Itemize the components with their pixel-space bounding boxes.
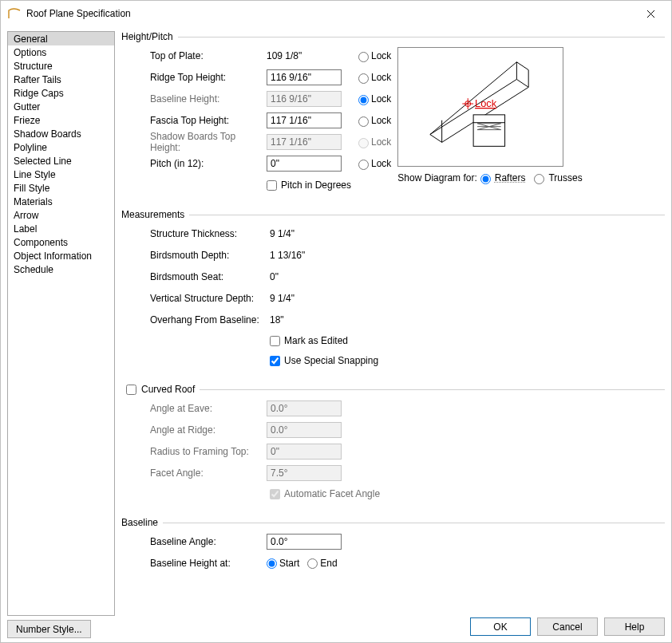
group-baseline-legend: Baseline [121,517,163,528]
value-overhang-from-baseline: 18" [270,314,345,325]
checkbox-automatic-facet-angle [270,489,280,499]
input-angle-at-ridge [267,422,342,438]
cancel-button[interactable]: Cancel [537,617,598,636]
checkbox-mark-as-edited[interactable] [270,336,280,346]
radio-baseline-end[interactable] [307,558,318,569]
label-angle-at-eave: Angle at Eave: [150,403,267,414]
lock-radio-pitch[interactable] [358,160,369,170]
input-facet-angle [267,465,342,481]
group-baseline: Baseline Baseline Angle: Baseline Height… [121,517,665,576]
nav-item-general[interactable]: General [8,32,114,45]
svg-line-6 [517,62,529,70]
label-use-special-snapping: Use Special Snapping [284,355,378,366]
lock-label: Lock [371,50,391,61]
label-overhang-from-baseline: Overhang From Baseline: [150,314,270,325]
radio-diagram-rafters[interactable] [480,174,491,184]
radio-diagram-trusses[interactable] [534,174,544,184]
input-ridge-top-height[interactable] [267,69,342,85]
value-structure-thickness: 9 1/4" [270,228,345,239]
label-diagram-rafters: Rafters [495,172,526,183]
group-curved-roof-legend: Curved Roof [141,384,195,395]
ok-button[interactable]: OK [470,617,531,636]
nav-item-shadow-boards[interactable]: Shadow Boards [8,127,114,140]
nav-item-options[interactable]: Options [8,45,114,59]
nav-item-arrow[interactable]: Arrow [8,208,114,222]
label-radius-to-framing-top: Radius to Framing Top: [150,446,267,457]
lock-radio-baseline-height[interactable] [358,95,369,105]
input-shadow-boards-top-height [267,134,342,150]
lock-radio-ridge-top-height[interactable] [358,73,369,84]
value-vertical-structure-depth: 9 1/4" [270,293,345,304]
checkbox-use-special-snapping[interactable] [270,356,280,366]
nav-item-selected-line[interactable]: Selected Line [8,154,114,168]
label-shadow-boards-top-height: Shadow Boards Top Height: [150,131,267,153]
group-measurements-legend: Measurements [121,209,189,220]
checkbox-pitch-in-degrees[interactable] [267,180,277,191]
nav-item-components[interactable]: Components [8,235,114,249]
close-button[interactable] [634,1,666,26]
nav-item-frieze[interactable]: Frieze [8,113,114,127]
help-button[interactable]: Help [604,617,665,636]
label-birdsmouth-seat: Birdsmouth Seat: [150,271,270,282]
label-show-diagram-for: Show Diagram for: [397,172,476,183]
close-icon [646,10,655,18]
lock-label: Lock [371,115,391,126]
label-baseline-start: Start [279,558,299,569]
label-structure-thickness: Structure Thickness: [150,228,270,239]
diagram-lock-label: Lock [475,97,497,109]
label-birdsmouth-depth: Birdsmouth Depth: [150,250,270,261]
nav-item-label[interactable]: Label [8,222,114,235]
input-pitch[interactable] [267,156,342,172]
nav-item-structure[interactable]: Structure [8,59,114,73]
value-top-of-plate: 109 1/8" [267,50,342,61]
label-pitch-in-degrees: Pitch in Degrees [281,179,351,191]
label-diagram-trusses: Trusses [548,172,582,183]
lock-radio-top-of-plate[interactable] [358,52,369,62]
value-birdsmouth-depth: 1 13/16" [270,250,345,261]
input-baseline-angle[interactable] [267,534,342,550]
label-baseline-angle: Baseline Angle: [150,536,267,547]
input-radius-to-framing-top [267,444,342,460]
nav-item-gutter[interactable]: Gutter [8,100,114,113]
lock-label: Lock [371,72,391,83]
nav-item-polyline[interactable]: Polyline [8,140,114,154]
label-ridge-top-height: Ridge Top Height: [150,72,267,83]
label-facet-angle: Facet Angle: [150,467,267,479]
app-icon [7,6,22,21]
group-height-pitch: Height/Pitch Top of Plate: 109 1/8" Lock [121,31,665,198]
label-baseline-height-at: Baseline Height at: [150,558,267,569]
checkbox-curved-roof[interactable] [126,385,136,395]
title-bar: Roof Plane Specification [1,1,671,26]
svg-rect-8 [473,115,504,146]
nav-item-line-style[interactable]: Line Style [8,168,114,181]
lock-radio-fascia-top-height[interactable] [358,116,369,127]
dialog-window: Roof Plane Specification GeneralOptionsS… [0,0,672,643]
lock-label: Lock [371,136,391,148]
number-style-button[interactable]: Number Style... [7,620,91,638]
label-angle-at-ridge: Angle at Ridge: [150,424,267,436]
nav-item-materials[interactable]: Materials [8,195,114,208]
group-curved-roof: Curved Roof Angle at Eave: Angle at Ridg… [121,384,665,506]
group-height-pitch-legend: Height/Pitch [121,31,178,42]
label-baseline-end: End [320,558,337,569]
nav-item-fill-style[interactable]: Fill Style [8,181,114,195]
nav-item-rafter-tails[interactable]: Rafter Tails [8,73,114,86]
label-mark-as-edited: Mark as Edited [284,335,348,346]
label-pitch: Pitch (in 12): [150,158,267,169]
input-fascia-top-height[interactable] [267,112,342,128]
input-baseline-height [267,91,342,107]
nav-sidebar: GeneralOptionsStructureRafter TailsRidge… [7,31,115,616]
lock-label: Lock [371,93,391,105]
lock-label: Lock [371,158,391,169]
diagram-canvas: Lock [397,47,563,167]
label-fascia-top-height: Fascia Top Height: [150,115,267,126]
radio-baseline-start[interactable] [267,558,277,569]
nav-item-object-information[interactable]: Object Information [8,249,114,262]
nav-item-ridge-caps[interactable]: Ridge Caps [8,86,114,100]
dialog-footer: OK Cancel Help [457,611,671,642]
nav-item-schedule[interactable]: Schedule [8,262,114,276]
window-title: Roof Plane Specification [26,8,634,19]
input-angle-at-eave [267,400,342,416]
label-automatic-facet-angle: Automatic Facet Angle [284,488,380,499]
group-measurements: Measurements Structure Thickness: 9 1/4"… [121,209,665,373]
